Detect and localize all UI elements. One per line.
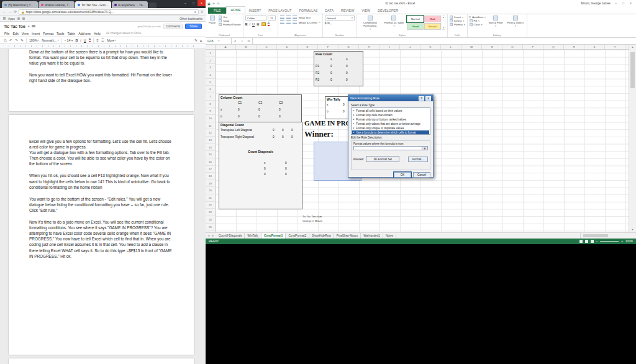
align-top-icon[interactable] (280, 16, 284, 19)
copy-button[interactable]: Copy (219, 19, 240, 22)
column-header[interactable]: A (216, 45, 236, 49)
underline-button[interactable]: U (84, 39, 86, 42)
column-header[interactable]: G (338, 45, 359, 49)
row-header[interactable]: 17 (206, 166, 215, 173)
ribbon-tab[interactable]: FORMULAS (296, 7, 322, 14)
rule-type-item[interactable]: Format all cells based on their values (352, 109, 429, 113)
menu-item[interactable]: Tools (57, 32, 64, 35)
format-painter-button[interactable]: Format Painter (219, 23, 240, 26)
column-header[interactable]: B (236, 45, 257, 49)
row-header[interactable]: 1 (206, 50, 215, 57)
row-header[interactable]: 2 (206, 57, 215, 65)
bookmark-favicon[interactable] (22, 17, 25, 20)
ribbon-tab[interactable]: PAGE LAYOUT (265, 7, 295, 14)
column-header[interactable]: M (461, 45, 482, 49)
new-tab-button[interactable] (149, 2, 157, 8)
row-header[interactable]: 5 (206, 79, 215, 86)
close-button[interactable]: × (198, 0, 206, 6)
browser-tab[interactable]: Tic Tac Toe - Goo... (75, 1, 111, 8)
borders-icon[interactable]: ⊞ (257, 22, 260, 26)
merge-center-button[interactable]: Merge & Center (299, 21, 317, 24)
row-header[interactable]: 18 (206, 173, 215, 180)
close-button[interactable]: × (425, 96, 431, 101)
cells-button[interactable]: Delete▾ (450, 19, 465, 22)
select-all-corner[interactable] (206, 45, 216, 49)
column-header[interactable]: K (420, 45, 441, 49)
column-header[interactable]: L (441, 45, 461, 49)
page-layout-view-icon[interactable] (585, 240, 588, 243)
cell-style[interactable]: Neutral (424, 23, 441, 30)
italic-button[interactable]: I (250, 22, 251, 26)
maximize-button[interactable]: □ (620, 1, 627, 6)
paste-button[interactable]: Paste (207, 16, 217, 24)
save-icon[interactable]: ▣ (207, 2, 211, 6)
collapse-range-icon[interactable]: ▦ (422, 146, 428, 150)
paragraph-style-select[interactable]: Normal t...▾ (42, 39, 58, 42)
star-icon[interactable]: ★ (27, 24, 30, 28)
scroll-up-icon[interactable]: ▲ (629, 45, 636, 50)
scroll-down-icon[interactable]: ▼ (629, 227, 636, 232)
cell-style[interactable]: Bad (424, 16, 441, 22)
sheet-tab[interactable]: CountIf-Diagonals (216, 233, 245, 239)
close-button[interactable]: × (627, 1, 634, 6)
formula-input[interactable] (353, 146, 422, 150)
menu-item[interactable]: View (22, 32, 29, 35)
signed-in-user[interactable]: Mount, George James (581, 2, 611, 5)
sheet-tab[interactable]: CondFormat2 (286, 233, 309, 239)
apps-label[interactable]: Apps (8, 17, 15, 20)
zoom-in-icon[interactable]: + (621, 240, 623, 243)
number-format-select[interactable]: General▾ (325, 16, 355, 20)
underline-button[interactable]: U (252, 22, 255, 26)
column-header[interactable]: P (523, 45, 543, 49)
row-header[interactable]: 20 (206, 187, 215, 194)
sort-filter-button[interactable]: Sort & Filter▾ (488, 16, 504, 27)
column-header[interactable]: H (359, 45, 379, 49)
align-middle-icon[interactable] (286, 16, 291, 19)
row-header[interactable]: 12 (206, 129, 215, 137)
insert-function-icon[interactable]: fx (247, 39, 250, 43)
document-title[interactable]: Tic Tac Toe (4, 24, 25, 29)
gallery-scroll[interactable]: ▴▾ (442, 16, 445, 30)
scrollbar-thumb[interactable] (630, 52, 635, 88)
row-header[interactable]: 9 (206, 107, 215, 115)
sheet-nav-arrows[interactable]: ◄► (206, 233, 216, 239)
browser-tab[interactable]: (5) Welcome! | T... (2, 1, 38, 8)
menu-item[interactable]: Edit (13, 32, 19, 35)
column-header[interactable]: D (277, 45, 298, 49)
italic-button[interactable]: I (80, 39, 81, 42)
document-page[interactable] (9, 358, 194, 364)
browser-menu-icon[interactable]: ≡ (201, 10, 203, 14)
redo-icon[interactable]: ↷ (15, 39, 18, 42)
refresh-icon[interactable]: ⟳ (14, 10, 17, 14)
column-header[interactable]: N (482, 45, 502, 49)
find-select-button[interactable]: Find & Select▾ (506, 16, 525, 27)
comments-button[interactable]: Comments (163, 24, 183, 29)
font-name-select[interactable]: Calibri (245, 16, 266, 20)
row-header[interactable]: 6 (206, 86, 215, 93)
align-left-icon[interactable] (280, 20, 284, 24)
column-header[interactable]: O (502, 45, 523, 49)
browser-tab[interactable]: Ariana Grande, Th... (39, 1, 75, 8)
format-button[interactable]: Format... (408, 157, 428, 162)
row-header[interactable]: 4 (206, 71, 215, 79)
column-header[interactable]: I (379, 45, 400, 49)
autosum-button[interactable]: ΣAutoSum▾ (470, 16, 486, 19)
row-header[interactable]: 11 (206, 122, 215, 130)
conditional-formatting-button[interactable]: Conditional Formatting▾ (359, 16, 381, 30)
apps-grid-icon[interactable] (3, 17, 6, 20)
row-header[interactable]: 25 (206, 224, 215, 231)
format-as-table-button[interactable]: Format as Table▾ (383, 16, 405, 27)
minimize-button[interactable]: – (612, 1, 619, 6)
more-button[interactable]: More▾ (107, 39, 116, 42)
align-left-icon[interactable]: ≡ (96, 39, 99, 42)
sheet-tab[interactable]: WinTally (245, 233, 261, 239)
row-header[interactable]: 8 (206, 101, 215, 108)
column-header[interactable]: F (318, 45, 338, 49)
forward-icon[interactable]: → (8, 10, 12, 14)
row-header[interactable]: 10 (206, 115, 215, 122)
collapse-toolbar-icon[interactable]: ▴ (200, 39, 202, 42)
cancel-button[interactable]: Cancel (413, 172, 430, 178)
font-color-button[interactable]: A (268, 22, 270, 26)
undo-icon[interactable]: ↶ (9, 39, 12, 42)
vertical-scrollbar[interactable]: ▲ ▼ (629, 45, 636, 232)
